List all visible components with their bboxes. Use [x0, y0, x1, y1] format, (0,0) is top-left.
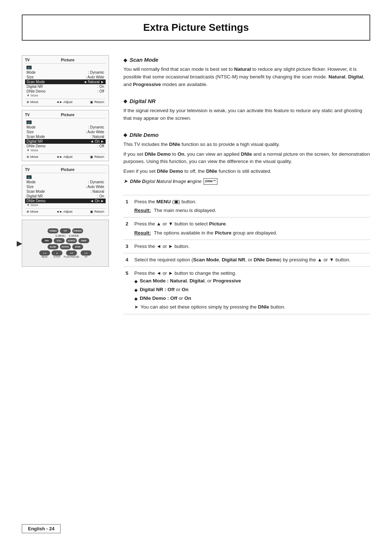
menu2-more: ▼ More — [25, 148, 106, 152]
tv-menu-1-header: TV Picture — [25, 58, 106, 64]
bullet-diamond-2: ◆ — [134, 287, 138, 293]
remote-illustration: ▶ TURBO ▽P P.MODE — [22, 220, 109, 267]
remote-body: TURBO ▽P P.MODE S.MENU S.MODE — [39, 228, 92, 258]
note-arrow: ➤ — [134, 303, 138, 311]
tv-menu-2-header: TV Picture — [25, 113, 106, 118]
right-column: ◆ Scan Mode You will normally find that … — [123, 55, 370, 517]
menu3-footer: ⊕ Move ◄► Adjust ▣ Return — [25, 208, 106, 213]
remote-stop: ■ STOP — [52, 250, 62, 258]
remote-row-3: W.LINK ROTATE ZOOM — [48, 244, 83, 249]
remote-row-4: ◄◄ REW ■ STOP ►II PLAY/PAUSE ►► — [39, 250, 92, 258]
remote-row-1: TURBO ▽P P.MODE — [48, 228, 83, 233]
dnie-demo-title: DNIe Demo — [130, 132, 159, 138]
arrow-indicator: ▶ — [17, 239, 22, 248]
digital-nr-text: If the signal received by your televisio… — [123, 107, 370, 122]
scan-mode-text: You will normally find that scan mode is… — [123, 66, 370, 89]
picture-label-3: Picture — [30, 167, 106, 172]
step-5-instruction: Press the ◄ or ► button to change the se… — [134, 270, 236, 276]
diamond-icon-2: ◆ — [123, 98, 127, 104]
menu3-row-mode: Mode : Dynamic — [25, 180, 106, 184]
step-4-instruction: Select the required option (Scan Mode, D… — [134, 257, 351, 262]
tv-label-3: TV — [25, 168, 30, 172]
menu1-row-dnie: DNIe Demo : Off — [25, 89, 106, 94]
remote-labels-1: S.MENU S.MODE — [52, 234, 79, 237]
step-3-row: 3 Press the ◄ or ► button. — [123, 240, 370, 253]
scan-mode-heading: ◆ Scan Mode — [123, 57, 370, 63]
bullet-dnie-text: DNIe Demo : Off or On — [140, 295, 191, 302]
remote-wlink: W.LINK — [48, 244, 58, 249]
dnie-note-text: DNIe Digital Natural Image engine — [130, 178, 201, 185]
menu1-row-mode: Mode : Dynamic — [25, 70, 106, 75]
dnie-demo-heading: ◆ DNIe Demo — [123, 132, 370, 138]
dnie-badge: DNIe™ — [204, 178, 217, 185]
dnie-demo-text1: This TV includes the DNIe function so as… — [123, 141, 370, 148]
step-1-content: Press the MENU (▣) button. Result: The m… — [132, 195, 370, 217]
diamond-icon-1: ◆ — [123, 57, 127, 63]
bullet-scanmode-text: Scan Mode : Natural, Digital, or Progres… — [140, 277, 241, 285]
menu3-row-dnie: DNIe Demo ◄ On ► — [25, 199, 106, 203]
step-1-result-label: Result: — [134, 207, 151, 214]
picture-label-1: Picture — [30, 58, 106, 62]
menu3-row-scanmode: Scan Mode : Natural — [25, 189, 106, 194]
dnie-demo-text2: If you set DNIe Demo to On, you can view… — [123, 151, 370, 166]
remote-source: SOURCE — [66, 238, 77, 243]
dnie-demo-text3: Even if you set DNIe Demo to off, the DN… — [123, 168, 370, 175]
bullet-dnr: ◆ Digital NR : Off or On — [134, 286, 368, 293]
step-1-result-text: The main menu is displayed. — [154, 207, 216, 214]
tv-icon-2: 📺 — [26, 121, 32, 124]
bullet-diamond-1: ◆ — [134, 278, 138, 285]
remote-swap: SWAP — [78, 238, 89, 243]
tv-icon-1: 📺 — [26, 66, 32, 69]
steps-tbody: 1 Press the MENU (▣) button. Result: The… — [123, 195, 370, 314]
remote-vp: ▽P — [60, 228, 71, 233]
step-1-result-row: Result: The main menu is displayed. — [134, 207, 368, 214]
remote-rew: ◄◄ REW — [39, 250, 50, 258]
picture-label-2: Picture — [30, 113, 106, 117]
step-4-num: 4 — [123, 253, 132, 267]
tv-menu-2: TV Picture 📺 Mode : Dynamic Size : Auto … — [22, 110, 109, 161]
step-1-num: 1 — [123, 195, 132, 217]
main-content: TV Picture 📺 Mode : Dynamic Size : Auto … — [22, 55, 370, 517]
footer-text: English - 24 — [22, 524, 61, 533]
menu2-row-scanmode: Scan Mode : Natural — [25, 134, 106, 139]
icon-row-2: 📺 — [25, 120, 106, 125]
step-1-row: 1 Press the MENU (▣) button. Result: The… — [123, 195, 370, 217]
diamond-icon-3: ◆ — [123, 132, 127, 138]
step-5-row: 5 Press the ◄ or ► button to change the … — [123, 267, 370, 314]
menu2-row-mode: Mode : Dynamic — [25, 125, 106, 130]
dnie-demo-body: This TV includes the DNIe function so as… — [123, 141, 370, 185]
remote-still: STILL — [54, 238, 65, 243]
menu2-row-dnie: DNIe Demo : Off — [25, 144, 106, 148]
steps-table: 1 Press the MENU (▣) button. Result: The… — [123, 195, 370, 314]
bullet-scanmode: ◆ Scan Mode : Natural, Digital, or Progr… — [134, 277, 368, 285]
dnie-note-arrow: ➤ — [123, 177, 128, 185]
menu1-footer: ⊕ Move ◄► Adjust ▣ Return — [25, 99, 106, 104]
icon-row-1: 📺 — [25, 65, 106, 70]
step-5-content: Press the ◄ or ► button to change the se… — [132, 267, 370, 314]
step-2-result-label: Result: — [134, 229, 151, 237]
menu3-more: ▼ More — [25, 203, 106, 207]
remote-dnie: DNIe — [41, 238, 52, 243]
tv-menu-1: TV Picture 📺 Mode : Dynamic Size : Auto … — [22, 55, 109, 106]
bullet-dnie: ◆ DNIe Demo : Off or On — [134, 295, 368, 302]
tv-label-1: TV — [25, 58, 30, 62]
tv-menu-3-header: TV Picture — [25, 167, 106, 173]
step-5-num: 5 — [123, 267, 132, 314]
step-1-instruction: Press the MENU (▣) button. — [134, 199, 196, 204]
page-footer: English - 24 — [22, 517, 370, 533]
digital-nr-title: Digital NR — [130, 98, 156, 104]
remote-rotate: ROTATE — [60, 244, 71, 249]
digital-nr-body: If the signal received by your televisio… — [123, 107, 370, 125]
remote-pmode: P.MODE — [72, 228, 83, 233]
icon-row-3: 📺 — [25, 175, 106, 180]
menu1-more: ▼ More — [25, 94, 106, 97]
step-2-instruction: Press the ▲ or ▼ button to select Pictur… — [134, 221, 227, 227]
step-4-row: 4 Select the required option (Scan Mode,… — [123, 253, 370, 267]
remote-row-2: DNIe STILL SOURCE SWAP — [41, 238, 89, 243]
title-box: Extra Picture Settings — [22, 15, 370, 41]
menu3-row-dnr: Digital NR : On — [25, 194, 106, 199]
step-2-result-text: The options available in the Picture gro… — [154, 229, 277, 237]
note-text: You can also set these options simply by… — [140, 303, 286, 311]
page-title: Extra Picture Settings — [143, 22, 249, 33]
digital-nr-heading: ◆ Digital NR — [123, 98, 370, 104]
